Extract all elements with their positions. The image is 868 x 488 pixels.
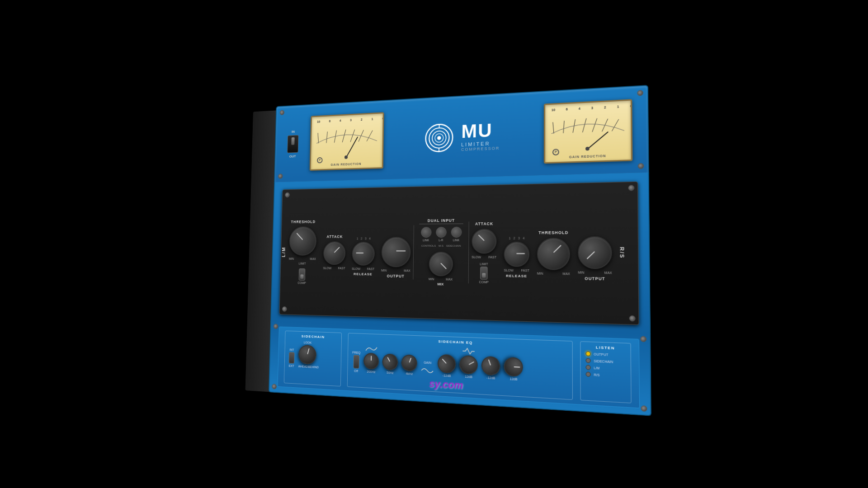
eq-freq1-knob[interactable] [363,353,379,370]
eq-gain1-value: -12dB [443,374,451,377]
look-knob-group: LOOK AHEAD BEHIND [298,341,317,369]
svg-line-16 [573,119,575,133]
lm-channel-label-wrapper: L/M [281,246,286,257]
power-switch[interactable] [287,135,298,153]
eq-gain3-value: -12dB [486,376,495,380]
listen-output-led[interactable] [585,351,590,356]
sidechain-controls: INT EXT LOOK AHEAD BEHIND [288,340,337,370]
mix-knob[interactable] [429,252,453,277]
listen-sidechain-item[interactable]: SIDECHAIN [586,358,626,365]
center-sublabels: CONTROLS M-S SIDECHAIN [421,244,461,247]
vu-scale-right: 10 6 4 3 2 1 0 [549,104,633,112]
listen-rs-led[interactable] [586,372,591,377]
vu-pivot-right [585,146,590,150]
eq-off-label: Off [354,369,358,372]
listen-output-item[interactable]: OUTPUT [585,351,625,357]
panel-screw-br [629,315,636,321]
main-panel-inner: L/M THRESHOLD MIN MAX LIMIT COMP [280,182,639,324]
switch-out-label: OUT [289,154,296,158]
power-switch-area: IN OUT [287,129,299,158]
right-attack-sublabels: SLOW FAST [472,255,496,258]
link-right-group: LINK [451,227,462,242]
listen-output-label: OUTPUT [594,352,608,357]
svg-point-11 [437,136,441,140]
left-attack-knob[interactable] [323,241,346,265]
eq-freq2-knob[interactable] [380,351,401,373]
look-sublabels: AHEAD BEHIND [298,365,316,369]
right-release-markers: 1 2 3 4 [509,236,524,239]
left-output-section: MIN MAX OUTPUT [378,225,414,279]
right-output-sublabels: MIN MAX [578,271,612,274]
listen-rs-item[interactable]: R/S [586,372,626,379]
bottom-screw-br [641,405,647,412]
eq-freq3-knob[interactable] [399,352,420,374]
screw-tr [637,90,643,96]
eq-gain2-knob[interactable] [456,352,481,377]
svg-line-18 [592,118,597,131]
svg-line-15 [563,121,564,133]
left-threshold-knob[interactable] [289,226,316,256]
int-ext-toggle[interactable] [289,352,295,364]
device-unit: IN OUT 10 6 4 3 2 1 0 [245,56,651,438]
left-output-label: OUTPUT [387,273,405,278]
sidechain-eq-section: SIDECHAIN EQ FREQ Off 200Hz [347,333,573,400]
eq-gain1-knob[interactable] [434,351,460,377]
vu-logo-right: P [552,149,559,155]
eq-on-off-toggle[interactable] [353,355,359,368]
right-comp-toggle[interactable] [480,266,487,279]
link-row: LINK L-R LINK [420,227,462,242]
left-threshold-sublabels: MIN MAX [289,257,316,260]
listen-sidechain-label: SIDECHAIN [594,359,613,363]
bottom-screw-tr [640,336,646,343]
look-knob[interactable] [297,343,319,367]
listen-lm-item[interactable]: L/M [586,365,626,371]
eq-gain4-knob[interactable] [504,357,523,377]
int-ext-toggle-group: INT EXT [288,348,294,367]
sidechain-section: SIDECHAIN INT EXT LOOK AHEAD BEH [284,331,342,387]
bottom-screw-bl [272,384,277,389]
link-right-button[interactable] [451,227,462,238]
device-type1: LIMITER [461,140,500,147]
logo-wrapper: MU LIMITER COMPRESSOR [424,119,500,154]
left-output-knob[interactable] [381,237,411,267]
listen-section-label: LISTEN [585,345,625,351]
panel-screw-tr [628,185,635,191]
listen-sidechain-led[interactable] [586,358,591,363]
lr-group: L-R [435,227,446,242]
look-label: LOOK [304,341,312,344]
vu-meter-right: 10 6 4 3 2 1 0 [544,99,632,164]
svg-line-19 [602,118,608,131]
listen-lm-led[interactable] [586,365,591,370]
svg-line-4 [350,129,354,141]
vu-needle-right [587,131,609,149]
left-release-knob[interactable] [352,242,375,266]
device-type2: COMPRESSOR [461,145,500,151]
left-attack-sublabels: SLOW FAST [323,266,345,269]
right-comp-label: COMP [479,280,488,283]
sidechain-section-label: SIDECHAIN [289,334,337,340]
left-release-section: 1 2 3 4 SLOW FAST RELEASE [349,227,377,277]
right-output-knob[interactable] [578,236,612,269]
mix-label: MIX [437,282,443,286]
link-left-button[interactable] [420,227,431,238]
svg-line-3 [342,129,346,142]
int-label: INT [289,348,294,351]
right-threshold-knob[interactable] [537,238,570,270]
bottom-panel: SIDECHAIN INT EXT LOOK AHEAD BEH [278,327,640,408]
listen-lm-label: L/M [594,366,599,370]
watermark: sy.com [429,378,463,392]
eq-curve1-icon [365,345,378,352]
lr-button[interactable] [436,227,447,238]
switch-in-label: IN [292,130,295,134]
main-panel: L/M THRESHOLD MIN MAX LIMIT COMP [279,182,639,325]
left-release-sublabels: SLOW FAST [352,267,374,270]
eq-gain3-knob[interactable] [479,354,503,377]
bottom-screw-tl [274,324,278,329]
right-release-knob[interactable] [504,241,530,267]
right-threshold-section: THRESHOLD MIN MAX [534,230,573,275]
rack-middle: L/M THRESHOLD MIN MAX LIMIT COMP [270,173,651,334]
right-attack-knob[interactable] [472,229,496,253]
left-release-label: RELEASE [354,272,373,276]
rs-channel-label: R/S [619,247,625,258]
left-comp-toggle[interactable] [299,268,306,281]
